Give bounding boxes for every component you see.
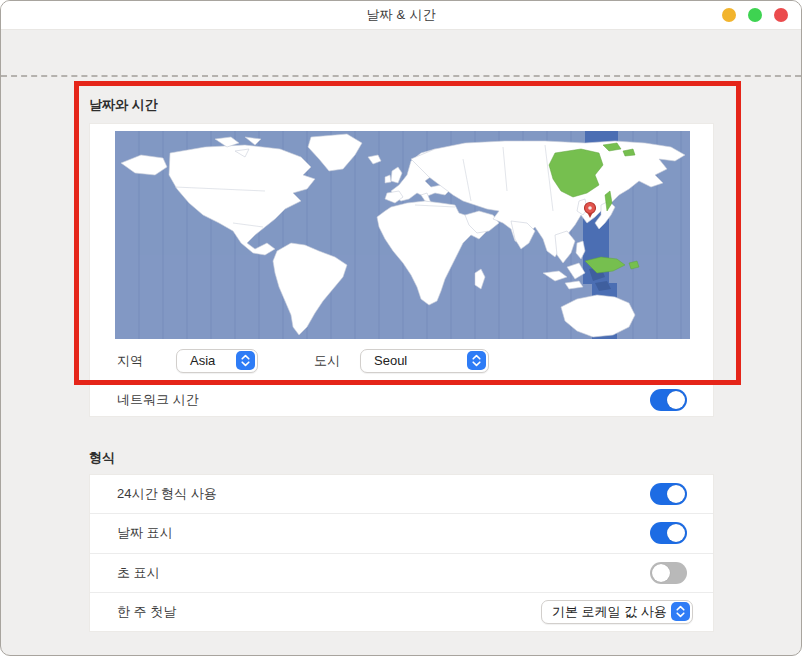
datetime-section-heading: 날짜와 시간 <box>89 96 158 114</box>
chevron-up-down-icon <box>467 351 486 370</box>
window-controls <box>722 1 788 29</box>
show-date-label: 날짜 표시 <box>117 524 650 542</box>
region-city-row: 지역 Asia 도시 Seoul <box>90 339 713 382</box>
show-seconds-label: 초 표시 <box>117 564 650 582</box>
chevron-up-down-icon <box>236 351 255 370</box>
city-select[interactable]: Seoul <box>360 349 489 373</box>
row-first-weekday: 한 주 첫날 기본 로케일 값 사용 <box>90 593 713 631</box>
dashed-divider <box>1 75 801 77</box>
city-label: 도시 <box>314 352 340 370</box>
network-time-toggle[interactable] <box>650 389 687 411</box>
first-weekday-label: 한 주 첫날 <box>117 603 541 621</box>
toggle-knob <box>652 564 670 582</box>
network-time-label: 네트워크 시간 <box>117 391 650 409</box>
toggle-knob <box>667 524 685 542</box>
row-show-date: 날짜 표시 <box>90 514 713 553</box>
region-select-value: Asia <box>177 353 215 368</box>
24hour-format-toggle[interactable] <box>650 483 687 505</box>
chevron-up-down-icon <box>671 602 690 621</box>
toggle-knob <box>667 485 685 503</box>
first-weekday-select-value: 기본 로케일 값 사용 <box>542 603 667 621</box>
minimize-button[interactable] <box>722 8 736 22</box>
row-show-seconds: 초 표시 <box>90 554 713 593</box>
timezone-card: 지역 Asia 도시 Seoul <box>89 123 714 381</box>
close-button[interactable] <box>774 8 788 22</box>
show-seconds-toggle[interactable] <box>650 562 687 584</box>
maximize-button[interactable] <box>748 8 762 22</box>
first-weekday-select[interactable]: 기본 로케일 값 사용 <box>541 600 693 624</box>
row-24hour-format: 24시간 형식 사용 <box>90 475 713 514</box>
24hour-format-label: 24시간 형식 사용 <box>117 485 650 503</box>
toggle-knob <box>667 391 685 409</box>
date-time-settings-window: 날짜 & 시간 날짜와 시간 <box>0 0 802 656</box>
city-select-value: Seoul <box>361 353 407 368</box>
timezone-map[interactable] <box>115 131 690 339</box>
format-card: 24시간 형식 사용 날짜 표시 초 표시 한 주 첫날 <box>89 474 714 632</box>
screen: 날짜 & 시간 날짜와 시간 <box>0 0 802 656</box>
region-label: 지역 <box>117 352 143 370</box>
title-bar[interactable]: 날짜 & 시간 <box>1 1 801 30</box>
show-date-toggle[interactable] <box>650 522 687 544</box>
network-time-row: 네트워크 시간 <box>89 382 714 417</box>
format-section-heading: 형식 <box>89 449 115 467</box>
window-title: 날짜 & 시간 <box>366 6 435 24</box>
region-select[interactable]: Asia <box>176 349 258 373</box>
